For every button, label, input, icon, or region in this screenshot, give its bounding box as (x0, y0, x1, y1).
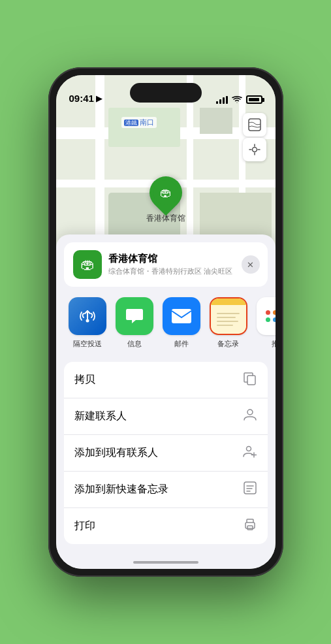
svg-rect-13 (244, 482, 256, 494)
battery-icon (246, 95, 262, 104)
home-indicator (56, 549, 276, 569)
svg-point-6 (86, 319, 89, 323)
more-icon (257, 297, 276, 335)
wifi-icon (232, 96, 242, 104)
add-contact-label: 添加到现有联系人 (74, 446, 158, 460)
action-list: 拷贝 新建联系人 (64, 362, 268, 544)
signal-icon (216, 96, 228, 104)
action-add-contact[interactable]: 添加到现有联系人 (64, 435, 268, 472)
phone-frame: 09:41 ▶ (48, 67, 283, 577)
venue-name: 香港体育馆 (108, 253, 259, 265)
close-button[interactable]: ✕ (242, 255, 260, 274)
airdrop-icon (69, 297, 106, 335)
mail-label: 邮件 (174, 339, 189, 349)
map-controls (243, 113, 266, 161)
action-new-contact[interactable]: 新建联系人 (64, 398, 268, 435)
time-display: 09:41 (69, 93, 94, 104)
svg-point-9 (247, 410, 253, 415)
new-contact-label: 新建联系人 (74, 410, 127, 423)
airdrop-label: 隔空投送 (73, 339, 102, 349)
more-label: 推 (272, 339, 276, 349)
copy-label: 拷贝 (74, 373, 95, 387)
venue-card: 🏟 香港体育馆 综合体育馆・香港特别行政区 油尖旺区 ✕ (64, 242, 268, 287)
svg-point-1 (252, 148, 257, 152)
venue-info: 香港体育馆 综合体育馆・香港特别行政区 油尖旺区 (108, 253, 259, 276)
venue-marker: 🏟 香港体育馆 (146, 176, 185, 224)
messages-icon (116, 297, 153, 335)
share-notes[interactable]: 备忘录 (205, 297, 252, 349)
share-mail[interactable]: 邮件 (158, 297, 205, 349)
location-arrow-icon: ▶ (96, 94, 102, 103)
share-row: 隔空投送 信息 (56, 292, 276, 357)
share-more[interactable]: 推 (252, 297, 276, 349)
status-time: 09:41 ▶ (69, 93, 102, 104)
location-button[interactable] (243, 138, 266, 161)
print-label: 打印 (74, 519, 95, 533)
dynamic-island (130, 83, 202, 103)
svg-point-10 (246, 447, 251, 451)
status-icons (216, 95, 262, 104)
venue-subtitle: 综合体育馆・香港特别行政区 油尖旺区 (108, 266, 259, 276)
share-messages[interactable]: 信息 (111, 297, 158, 349)
copy-icon (243, 371, 257, 389)
venue-icon: 🏟 (73, 250, 102, 279)
mail-icon (163, 297, 200, 335)
messages-label: 信息 (127, 339, 142, 349)
notes-icon (210, 297, 247, 335)
map-type-button[interactable] (243, 113, 266, 137)
phone-screen: 09:41 ▶ (56, 75, 276, 569)
notes-label: 备忘录 (217, 339, 239, 349)
quick-note-label: 添加到新快速备忘录 (74, 483, 168, 496)
share-airdrop[interactable]: 隔空投送 (64, 297, 111, 349)
station-label: 港鐵南口 (121, 117, 157, 128)
action-print[interactable]: 打印 (64, 508, 268, 544)
person-icon (243, 408, 257, 425)
svg-rect-8 (247, 376, 255, 385)
action-quick-note[interactable]: 添加到新快速备忘录 (64, 472, 268, 508)
svg-rect-18 (247, 526, 253, 530)
note-icon (243, 481, 257, 498)
print-icon (243, 517, 257, 535)
action-copy[interactable]: 拷贝 (64, 362, 268, 398)
bottom-sheet: 🏟 香港体育馆 综合体育馆・香港特别行政区 油尖旺区 ✕ (56, 234, 276, 569)
person-add-icon (243, 444, 257, 462)
svg-rect-7 (172, 309, 191, 323)
